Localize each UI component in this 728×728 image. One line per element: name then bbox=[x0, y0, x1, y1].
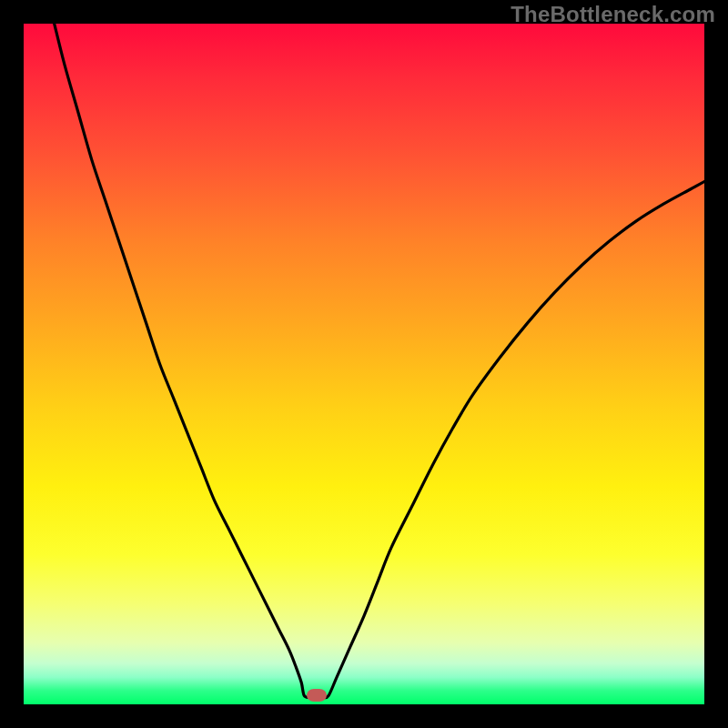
chart-frame: TheBottleneck.com bbox=[0, 0, 728, 728]
plot-area bbox=[24, 24, 704, 704]
bottleneck-curve bbox=[24, 24, 704, 704]
optimum-marker bbox=[307, 689, 327, 702]
watermark-text: TheBottleneck.com bbox=[511, 2, 715, 27]
